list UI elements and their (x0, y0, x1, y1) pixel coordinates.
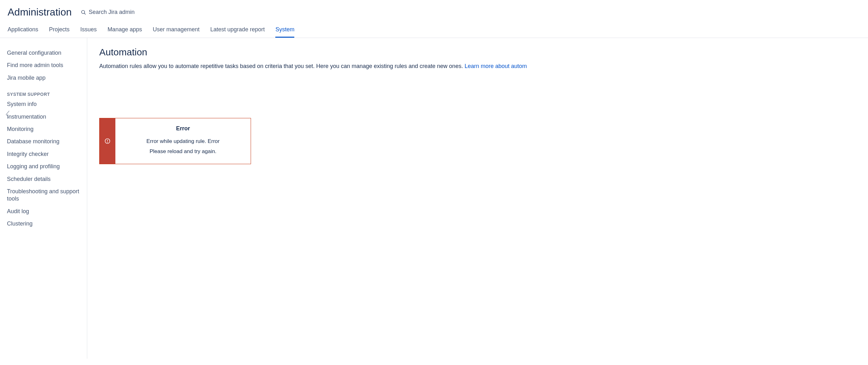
content-area: General configuration Find more admin to… (0, 38, 868, 359)
sidebar-item-clustering[interactable]: Clustering (7, 218, 82, 230)
tab-manage-apps[interactable]: Manage apps (107, 26, 142, 38)
header: Administration Search Jira admin (0, 0, 868, 21)
tab-applications[interactable]: Applications (8, 26, 38, 38)
sidebar-item-troubleshooting-support[interactable]: Troubleshooting and support tools (7, 185, 82, 205)
sidebar-collapse-handle[interactable] (4, 110, 11, 120)
error-sidebar (99, 118, 115, 164)
search-icon (81, 9, 86, 15)
sidebar-item-instrumentation[interactable]: Instrumentation (7, 111, 82, 123)
page-heading: Administration (8, 6, 72, 18)
svg-line-1 (84, 13, 85, 14)
main-content: Automation Automation rules allow you to… (87, 38, 868, 359)
sidebar-item-system-info[interactable]: System info (7, 98, 82, 111)
sidebar-item-find-more-admin-tools[interactable]: Find more admin tools (7, 59, 82, 71)
sidebar: General configuration Find more admin to… (0, 38, 87, 359)
svg-point-0 (82, 10, 85, 13)
error-message-line-2: Please reload and try again. (122, 147, 244, 157)
admin-search-input[interactable]: Search Jira admin (81, 9, 135, 16)
sidebar-item-audit-log[interactable]: Audit log (7, 205, 82, 218)
error-message-line-1: Error while updating rule. Error (122, 136, 244, 147)
learn-more-link[interactable]: Learn more about autom (465, 63, 527, 69)
sidebar-section-system-support: SYSTEM SUPPORT (7, 84, 82, 98)
sidebar-item-jira-mobile-app[interactable]: Jira mobile app (7, 72, 82, 84)
error-icon (104, 138, 111, 144)
tab-projects[interactable]: Projects (49, 26, 69, 38)
sidebar-item-scheduler-details[interactable]: Scheduler details (7, 173, 82, 185)
admin-tabs: Applications Projects Issues Manage apps… (0, 21, 868, 38)
sidebar-item-monitoring[interactable]: Monitoring (7, 123, 82, 135)
tab-system[interactable]: System (275, 26, 294, 38)
sidebar-item-logging-and-profiling[interactable]: Logging and profiling (7, 160, 82, 173)
description-text: Automation rules allow you to automate r… (99, 63, 465, 69)
tab-latest-upgrade-report[interactable]: Latest upgrade report (210, 26, 265, 38)
sidebar-item-integrity-checker[interactable]: Integrity checker (7, 148, 82, 160)
tab-user-management[interactable]: User management (153, 26, 199, 38)
sidebar-item-general-configuration[interactable]: General configuration (7, 47, 82, 59)
error-body: Error Error while updating rule. Error P… (115, 118, 251, 164)
page-description: Automation rules allow you to automate r… (99, 62, 868, 70)
tab-issues[interactable]: Issues (80, 26, 97, 38)
error-title: Error (122, 125, 244, 132)
chevron-left-icon (4, 110, 11, 120)
svg-point-4 (107, 142, 108, 142)
page-title: Automation (99, 47, 868, 58)
search-placeholder: Search Jira admin (89, 9, 135, 16)
error-panel: Error Error while updating rule. Error P… (99, 118, 251, 164)
sidebar-item-database-monitoring[interactable]: Database monitoring (7, 135, 82, 148)
